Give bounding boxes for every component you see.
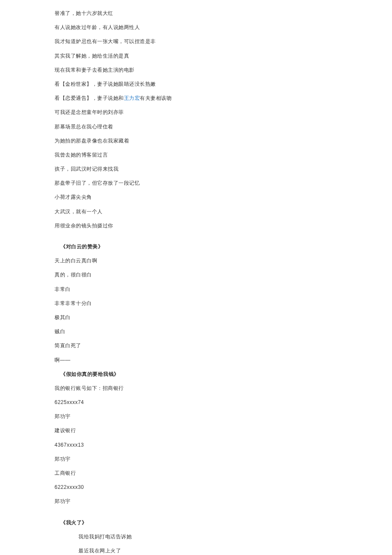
poem-line: 极其白	[55, 314, 392, 322]
poem-line: 大武汉，就有一个人	[55, 208, 392, 216]
poem-line: 小荷才露尖尖角	[55, 193, 392, 201]
poem-line: 看【金粉世家】，妻子说她眼睛还没长熟嫩	[55, 80, 392, 88]
poem-title: 《对白云的赞美》	[61, 243, 392, 251]
poem-line: 非常白	[55, 285, 392, 293]
poem-line: 我给我妈打电话告诉她	[78, 533, 392, 541]
poem-line: 非常非常十分白	[55, 299, 392, 308]
poem-line: 4367xxxx13	[55, 441, 392, 449]
poem-line: 其实我了解她，她给生活的是真	[55, 52, 392, 60]
poem-line: 那盘带子旧了，但它存放了一段记忆	[55, 179, 392, 187]
poem-line: 6225xxxx74	[55, 398, 392, 407]
poem-line: 我才知道妒忌也有一张大嘴，可以捏造是非	[55, 38, 392, 46]
poem-line-with-link: 看【恋爱通告】，妻子说她和王力宏有夫妻相该吻	[55, 94, 392, 102]
poem-line: 我曾去她的博客留过言	[55, 151, 392, 159]
poem-line: 真的，很白很白	[55, 271, 392, 279]
poem-line: 可我还是念想童年时的刘亦菲	[55, 108, 392, 116]
poem-line: 啊——	[55, 356, 392, 364]
document-page: 替准了，她十六岁就大红 有人说她改过年龄，有人说她两性人 我才知道妒忌也有一张大…	[0, 0, 392, 555]
poem-line: 为她拍的那盘录像也在我家藏着	[55, 137, 392, 145]
poem-line: 郑功宇	[55, 497, 392, 506]
poem-line: 郑功宇	[55, 413, 392, 421]
poem-line: 贼白	[55, 328, 392, 336]
poem-line: 简直白死了	[55, 342, 392, 350]
poem-line: 6222xxxx30	[55, 483, 392, 491]
poem-line: 替准了，她十六岁就大红	[55, 9, 392, 17]
poem-title: 《假如你真的要给我钱》	[61, 370, 392, 378]
poem-line: 郑功宇	[55, 455, 392, 463]
poem-title: 《我火了》	[61, 519, 392, 527]
poem-line: 最近我在网上火了	[78, 547, 392, 555]
text-prefix: 看【恋爱通告】，妻子说她和	[55, 95, 124, 101]
poem-line: 孩子，回武汉时记得来找我	[55, 165, 392, 173]
text-suffix: 有夫妻相该吻	[140, 95, 172, 101]
poem-line: 工商银行	[55, 469, 392, 477]
poem-line: 建设银行	[55, 427, 392, 435]
poem-line: 天上的白云真白啊	[55, 257, 392, 265]
poem-line: 用很业余的镜头拍摄过你	[55, 222, 392, 230]
poem-line: 那幕场景总在我心理住着	[55, 123, 392, 131]
poem-line: 现在我常和妻子去看她主演的电影	[55, 66, 392, 74]
poem-line: 我的银行账号如下：招商银行	[55, 384, 392, 392]
person-link[interactable]: 王力宏	[124, 95, 140, 101]
poem-line: 有人说她改过年龄，有人说她两性人	[55, 23, 392, 32]
